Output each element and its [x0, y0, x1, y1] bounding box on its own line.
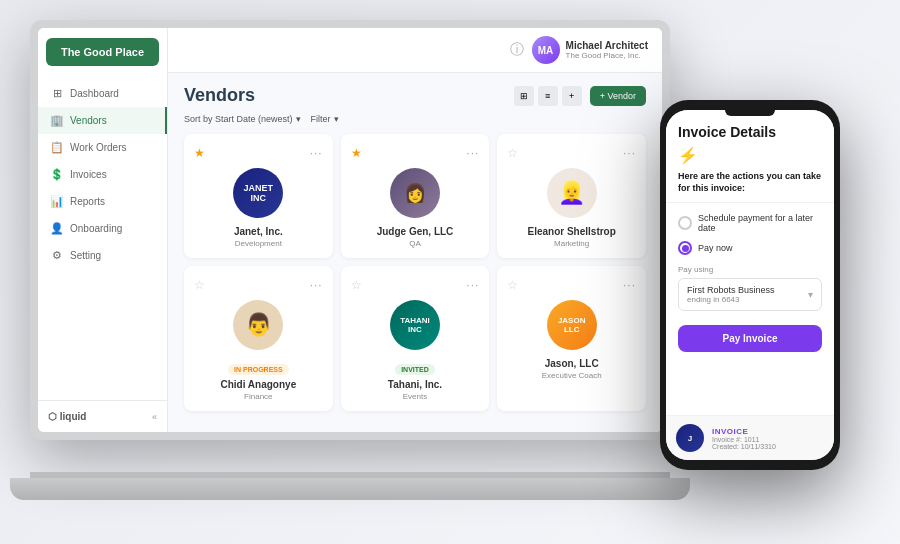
vendor-avatar-3: 👱‍♀️ [547, 168, 597, 218]
vendor-name-4: Chidi Anagonye [194, 379, 323, 390]
vendor-card[interactable]: ★ ··· 👩 Judge Gen, LLC QA [341, 134, 490, 258]
payment-option-now[interactable]: Pay now [678, 241, 822, 255]
footer-invoice-details: INVOICE Invoice #: 1011 Created: 10/11/3… [712, 427, 776, 450]
sidebar-item-work-orders[interactable]: 📋 Work Orders [38, 134, 167, 161]
vendor-category-5: Events [351, 392, 480, 401]
vendor-avatar-2: 👩 [390, 168, 440, 218]
star-icon-4[interactable]: ☆ [194, 278, 205, 292]
setting-icon: ⚙ [50, 249, 64, 262]
phone-screen: Invoice Details ⚡ Here are the actions y… [666, 110, 834, 460]
phone-footer: J INVOICE Invoice #: 1011 Created: 10/11… [666, 415, 834, 460]
radio-now-inner [682, 245, 689, 252]
footer-invoice-number: Invoice #: 1011 [712, 436, 776, 443]
vendor-badge-4: IN PROGRESS [228, 364, 289, 375]
vendor-name-3: Eleanor Shellstrop [507, 226, 636, 237]
radio-now[interactable] [678, 241, 692, 255]
vendor-avatar-4: 👨 [233, 300, 283, 350]
sidebar-item-vendors[interactable]: 🏢 Vendors [38, 107, 167, 134]
list-view-icon[interactable]: ≡ [538, 86, 558, 106]
card-top-2: ★ ··· [351, 146, 480, 160]
invoices-icon: 💲 [50, 168, 64, 181]
vendor-card[interactable]: ☆ ··· 👨 IN PROGRESS Chidi Anagonye Finan… [184, 266, 333, 411]
vendor-avatar-1: JANETINC [233, 168, 283, 218]
user-info: MA Michael Architect The Good Place, Inc… [532, 36, 648, 64]
user-text: Michael Architect The Good Place, Inc. [566, 40, 648, 60]
info-icon[interactable]: ⓘ [510, 41, 524, 59]
pay-using-label: Pay using [678, 265, 822, 274]
dots-menu-5[interactable]: ··· [466, 278, 479, 292]
lightning-icon: ⚡ [678, 146, 822, 165]
footer-invoice-label: INVOICE [712, 427, 776, 436]
card-top-1: ★ ··· [194, 146, 323, 160]
vendor-name-6: Jason, LLC [507, 358, 636, 369]
footer-logo: J [676, 424, 704, 452]
sidebar-item-reports[interactable]: 📊 Reports [38, 188, 167, 215]
vendor-name-2: Judge Gen, LLC [351, 226, 480, 237]
vendor-name-5: Tahani, Inc. [351, 379, 480, 390]
phone-body: Schedule payment for a later date Pay no… [666, 203, 834, 415]
phone-header: Invoice Details ⚡ Here are the actions y… [666, 110, 834, 203]
chevron-down-icon: ▾ [808, 289, 813, 300]
radio-later[interactable] [678, 216, 692, 230]
bank-ending: ending in 6643 [687, 295, 775, 304]
filter-button[interactable]: Filter ▾ [311, 114, 339, 124]
vendor-card[interactable]: ☆ ··· TAHANIINC INVITED Tahani, Inc. Eve… [341, 266, 490, 411]
sidebar-item-invoices[interactable]: 💲 Invoices [38, 161, 167, 188]
vendor-card[interactable]: ☆ ··· 👱‍♀️ Eleanor Shellstrop Marketing [497, 134, 646, 258]
user-company: The Good Place, Inc. [566, 51, 648, 60]
sidebar-item-onboarding[interactable]: 👤 Onboarding [38, 215, 167, 242]
sidebar-item-setting[interactable]: ⚙ Setting [38, 242, 167, 269]
dots-menu-4[interactable]: ··· [310, 278, 323, 292]
vendor-category-1: Development [194, 239, 323, 248]
vendor-avatar-6: JASONLLC [547, 300, 597, 350]
brand-logo: ⬡ liquid [48, 411, 86, 422]
vendor-badge-5: INVITED [395, 364, 435, 375]
dots-menu-6[interactable]: ··· [623, 278, 636, 292]
grid-view-icon[interactable]: ⊞ [514, 86, 534, 106]
laptop-screen: The Good Place ⊞ Dashboard 🏢 Vendors 📋 W… [38, 28, 662, 432]
avatar: MA [532, 36, 560, 64]
vendor-card[interactable]: ★ ··· JANETINC Janet, Inc. Development [184, 134, 333, 258]
sidebar: The Good Place ⊞ Dashboard 🏢 Vendors 📋 W… [38, 28, 168, 432]
star-icon-2[interactable]: ★ [351, 146, 362, 160]
user-name: Michael Architect [566, 40, 648, 51]
vendor-card[interactable]: ☆ ··· JASONLLC Jason, LLC Executive Coac… [497, 266, 646, 411]
pay-using-section: Pay using First Robots Business ending i… [678, 265, 822, 311]
sidebar-logo: The Good Place [46, 38, 159, 66]
bank-name-text: First Robots Business ending in 6643 [687, 285, 775, 304]
vendors-icon: 🏢 [50, 114, 64, 127]
work-orders-icon: 📋 [50, 141, 64, 154]
laptop-base [10, 478, 690, 500]
header-actions: ⊞ ≡ + + Vendor [514, 86, 646, 106]
reports-icon: 📊 [50, 195, 64, 208]
dots-menu-2[interactable]: ··· [466, 146, 479, 160]
filter-row: Sort by Start Date (newest) ▾ Filter ▾ [184, 114, 646, 124]
phone-notch [725, 110, 775, 116]
add-vendor-button[interactable]: + Vendor [590, 86, 646, 106]
star-icon-6[interactable]: ☆ [507, 278, 518, 292]
footer-invoice-created: Created: 10/11/3310 [712, 443, 776, 450]
card-top-5: ☆ ··· [351, 278, 480, 292]
phone: Invoice Details ⚡ Here are the actions y… [660, 100, 840, 470]
sidebar-item-dashboard[interactable]: ⊞ Dashboard [38, 80, 167, 107]
bank-selector[interactable]: First Robots Business ending in 6643 ▾ [678, 278, 822, 311]
dots-menu-3[interactable]: ··· [623, 146, 636, 160]
content-area: Vendors ⊞ ≡ + + Vendor [168, 73, 662, 432]
vendor-grid: ★ ··· JANETINC Janet, Inc. Development [184, 134, 646, 411]
card-top-6: ☆ ··· [507, 278, 636, 292]
pay-invoice-button[interactable]: Pay Invoice [678, 325, 822, 352]
top-bar: ⓘ MA Michael Architect The Good Place, I… [168, 28, 662, 73]
star-icon-5[interactable]: ☆ [351, 278, 362, 292]
sidebar-bottom: ⬡ liquid « [38, 400, 167, 432]
laptop-body: The Good Place ⊞ Dashboard 🏢 Vendors 📋 W… [30, 20, 670, 440]
star-icon-1[interactable]: ★ [194, 146, 205, 160]
sort-button[interactable]: Sort by Start Date (newest) ▾ [184, 114, 301, 124]
star-icon-3[interactable]: ☆ [507, 146, 518, 160]
add-icon[interactable]: + [562, 86, 582, 106]
dots-menu-1[interactable]: ··· [310, 146, 323, 160]
payment-label-now: Pay now [698, 243, 733, 253]
collapse-icon[interactable]: « [152, 412, 157, 422]
sort-chevron-icon: ▾ [296, 114, 301, 124]
onboarding-icon: 👤 [50, 222, 64, 235]
payment-option-later[interactable]: Schedule payment for a later date [678, 213, 822, 233]
